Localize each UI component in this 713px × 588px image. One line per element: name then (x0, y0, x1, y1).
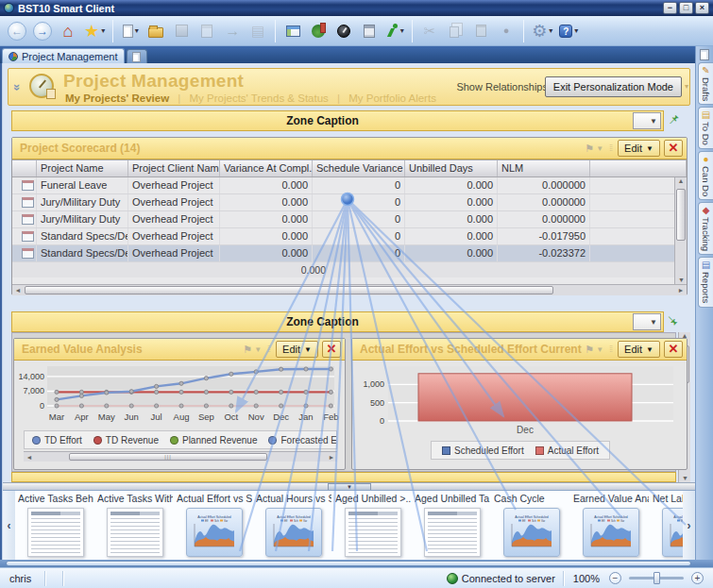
toolbar-separator (412, 20, 413, 42)
notepad-icon: ▤ (702, 110, 710, 120)
svg-text:Eff: Eff (284, 519, 288, 523)
save-icon (176, 25, 188, 37)
table-row[interactable]: Standard Specs/Desi...Overhead Project0.… (12, 245, 687, 262)
gallery-item[interactable]: Active Tasks With... (97, 493, 173, 557)
sidebar-tab-drafts[interactable]: ✎Drafts (698, 62, 713, 105)
flag-icon[interactable]: ⚑ (243, 344, 252, 356)
scorecard-close-button[interactable]: ✕ (664, 140, 683, 157)
help-button[interactable]: ?▾ (557, 19, 580, 43)
drag-grip-icon[interactable]: ⁞⁞ (609, 143, 612, 153)
run-process-button[interactable]: ▾ (383, 19, 406, 43)
zoom-slider[interactable] (629, 577, 684, 580)
zone2-dropdown[interactable]: ▼ (633, 313, 661, 330)
gallery-item[interactable]: Actual Effort vs Sc... Actual Effort Sch… (177, 493, 252, 557)
zone1-dropdown[interactable]: ▼ (633, 112, 661, 129)
cell: 0.000 (405, 194, 498, 210)
subtab-my-projects-review[interactable]: My Projects' Review (65, 92, 169, 104)
analytics-chart-button[interactable] (307, 19, 330, 43)
home-button[interactable]: ⌂ (57, 19, 79, 43)
minimize-button[interactable]: − (663, 2, 677, 14)
eva-edit-button[interactable]: Edit▼ (276, 341, 318, 358)
back-button[interactable]: ← (6, 19, 28, 43)
title-bar: BST10 Smart Client − □ × (0, 0, 713, 16)
new-tab-button[interactable] (127, 49, 147, 63)
exit-personalization-button[interactable]: Exit Personalization Mode (545, 76, 682, 97)
paste-icon (476, 25, 486, 37)
drag-grip-icon[interactable]: ⁞⁞ (609, 344, 612, 354)
eva-close-button[interactable]: ✕ (322, 341, 341, 358)
bar-chart: 05001,000Dec (356, 364, 685, 438)
gallery-item[interactable]: Cash Cycle Actual Effort Scheduled Eff S… (494, 493, 569, 557)
sidebar-tab-can-do[interactable]: ●Can Do (698, 151, 713, 200)
sidebar-tab-reports[interactable]: ▤Reports (698, 257, 713, 307)
cell (590, 194, 687, 210)
autohide-panel-icon[interactable] (700, 49, 709, 60)
column-header[interactable] (12, 160, 37, 176)
cell: Standard Specs/Desi... (37, 228, 128, 244)
pin-icon[interactable]: 📌︎ (666, 314, 680, 327)
print-preview-button (195, 19, 218, 43)
settings-button[interactable]: ⚙▾ (530, 19, 554, 43)
effort-close-button[interactable]: ✕ (664, 341, 683, 358)
effort-edit-button[interactable]: Edit▼ (618, 341, 660, 358)
gallery-item[interactable]: Actual Hours vs S... Actual Effort Sched… (256, 493, 331, 557)
flag-icon[interactable]: ⚑ (585, 143, 594, 155)
svg-text:Var: Var (224, 519, 228, 523)
cell (590, 177, 687, 193)
worklist-grid-button[interactable] (281, 19, 304, 43)
zoom-out-button[interactable]: − (609, 572, 621, 584)
cell: 0 (313, 245, 405, 261)
column-header[interactable]: Project Client Name (128, 160, 220, 176)
chevron-down-icon[interactable]: ▼ (254, 345, 262, 354)
flag-icon[interactable]: ⚑ (585, 344, 594, 356)
svg-text:Jan: Jan (298, 412, 313, 422)
column-header[interactable]: NLM (498, 160, 590, 176)
new-document-button[interactable]: ▾ (119, 19, 142, 43)
chevron-down-icon[interactable]: ▼ (596, 345, 603, 354)
gallery-item[interactable]: Aged Unbilled >... (335, 493, 411, 557)
open-button[interactable] (144, 19, 167, 43)
column-header[interactable]: Variance At Compl... (220, 160, 313, 176)
close-button[interactable]: × (695, 2, 709, 14)
favorites-button[interactable]: ★▾ (82, 19, 107, 43)
table-row[interactable]: Jury/Military DutyOverhead Project0.0000… (12, 211, 687, 228)
chevron-down-icon[interactable]: ▼ (596, 144, 603, 153)
column-header[interactable] (590, 160, 687, 176)
table-vertical-scrollbar[interactable]: ▲ ▼ (674, 177, 687, 284)
legend-scrollbar[interactable]: ◄ ||| ► (24, 451, 337, 462)
collapse-chevron-icon[interactable]: » (10, 84, 25, 91)
column-header[interactable]: Project Name (37, 160, 128, 176)
dashboard-gauge-button[interactable] (332, 19, 355, 43)
tab-project-management[interactable]: Project Management (2, 48, 125, 63)
sidebar-tab-tracking[interactable]: ◆Tracking (698, 202, 713, 255)
svg-text:Dec: Dec (273, 412, 289, 422)
sidebar-tab-to-do[interactable]: ▤To Do (698, 107, 713, 149)
svg-text:Aug: Aug (174, 412, 190, 422)
table-row[interactable]: Jury/Military DutyOverhead Project0.0000… (12, 194, 687, 211)
gallery-item-label: Cash Cycle (494, 493, 569, 506)
gallery-item[interactable]: Aged Unbilled Ta... (415, 493, 490, 557)
gallery-item[interactable]: Active Tasks Behi... (18, 493, 93, 557)
table-row[interactable]: Funeral LeaveOverhead Project0.00000.000… (12, 177, 687, 194)
drag-grip-icon[interactable]: ⁞⁞ (267, 344, 270, 354)
zoom-in-button[interactable]: + (691, 572, 704, 584)
ledger-calc-button[interactable] (358, 19, 381, 43)
send-forward-button: → (221, 19, 244, 43)
table-row[interactable]: Standard Specs/Desi...Overhead Project0.… (12, 228, 687, 245)
cell: 0.000 (405, 211, 498, 227)
gallery-item[interactable]: Earned Value Ana... Actual Effort Schedu… (573, 493, 649, 557)
gallery-right-arrow[interactable]: › (683, 491, 695, 560)
forward-button[interactable]: → (31, 19, 54, 43)
subtab-portfolio-alerts[interactable]: My Portfolio Alerts (348, 92, 436, 104)
gallery-item-label: Active Tasks With... (97, 493, 173, 506)
window-horizontal-scrollbar[interactable] (0, 560, 713, 567)
splitter-bar[interactable]: ▼ (3, 482, 695, 490)
scorecard-edit-button[interactable]: Edit▼ (618, 140, 660, 157)
column-header[interactable]: Unbilled Days (405, 160, 498, 176)
pin-icon[interactable]: 📌︎ (668, 112, 680, 126)
maximize-button[interactable]: □ (679, 2, 693, 14)
gallery-left-arrow[interactable]: ‹ (3, 491, 15, 560)
table-horizontal-scrollbar[interactable]: ◄ ► (12, 284, 687, 295)
column-header[interactable]: Schedule Variance (313, 160, 405, 176)
subtab-trends-status[interactable]: My Projects' Trends & Status (190, 92, 329, 104)
